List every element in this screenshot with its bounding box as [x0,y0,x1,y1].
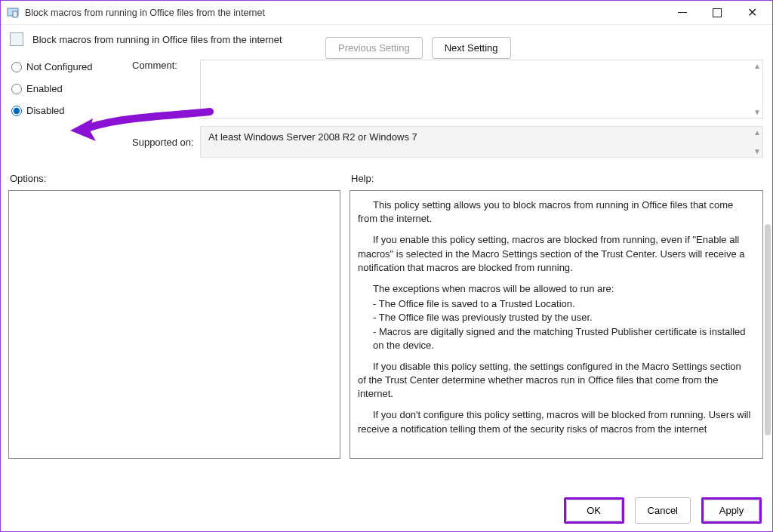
help-p5: If you don't configure this policy setti… [358,408,752,435]
comment-label: Comment: [132,60,200,71]
ok-highlight: OK [564,497,624,524]
radio-enabled[interactable]: Enabled [11,83,132,94]
scroll-down-icon[interactable]: ▼ [753,108,761,116]
cancel-button[interactable]: Cancel [635,497,691,524]
window-controls: ✕ [665,2,769,24]
radio-not-configured-input[interactable] [11,62,22,72]
policy-icon [10,32,23,46]
help-b3: - Macros are digitally signed and the ma… [373,325,752,352]
dialog-footer: OK Cancel Apply [564,497,762,524]
radio-enabled-label: Enabled [26,83,63,94]
policy-app-icon [7,7,19,19]
panels-row: This policy setting allows you to block … [1,187,772,459]
window-title: Block macros from running in Office file… [25,8,265,18]
radio-disabled-label: Disabled [26,105,65,116]
state-radio-group: Not Configured Enabled Disabled [11,60,132,116]
next-setting-button[interactable]: Next Setting [432,37,511,59]
scroll-up-icon[interactable]: ▲ [753,62,761,70]
svg-rect-1 [13,11,17,17]
apply-highlight: Apply [701,497,762,524]
radio-not-configured-label: Not Configured [26,61,92,72]
help-label: Help: [351,173,763,184]
help-p2: If you enable this policy setting, macro… [358,233,752,275]
close-button[interactable]: ✕ [735,2,769,24]
supported-label: Supported on: [132,137,200,148]
page-title: Block macros from running in Office file… [32,34,282,45]
panel-headers: Options: Help: [1,158,772,187]
options-label: Options: [10,173,342,184]
maximize-button[interactable] [700,2,735,24]
radio-disabled-input[interactable] [11,106,22,116]
ok-button[interactable]: OK [566,500,622,521]
options-panel [8,190,340,459]
scroll-up-icon[interactable]: ▲ [753,128,761,137]
help-p4: If you disable this policy setting, the … [358,360,752,401]
radio-not-configured[interactable]: Not Configured [11,61,132,72]
help-panel: This policy setting allows you to block … [350,190,763,459]
minimize-button[interactable] [665,2,700,24]
apply-button[interactable]: Apply [704,500,759,521]
radio-disabled[interactable]: Disabled [11,105,132,116]
help-b2: - The Office file was previously trusted… [373,311,752,324]
scroll-down-icon[interactable]: ▼ [753,147,761,155]
supported-on-box: At least Windows Server 2008 R2 or Windo… [200,126,763,158]
help-p1: This policy setting allows you to block … [358,198,752,226]
scrollbar-thumb[interactable] [765,224,771,435]
previous-setting-button[interactable]: Previous Setting [325,37,423,59]
help-p3: The exceptions when macros will be allow… [358,282,752,296]
radio-enabled-input[interactable] [11,84,22,94]
config-section: Not Configured Enabled Disabled Comment:… [1,57,772,158]
help-b1: - The Office file is saved to a Trusted … [373,297,752,311]
titlebar: Block macros from running in Office file… [1,1,772,25]
comment-textarea[interactable]: ▲ ▼ [200,60,763,118]
supported-on-value: At least Windows Server 2008 R2 or Windo… [208,131,417,143]
